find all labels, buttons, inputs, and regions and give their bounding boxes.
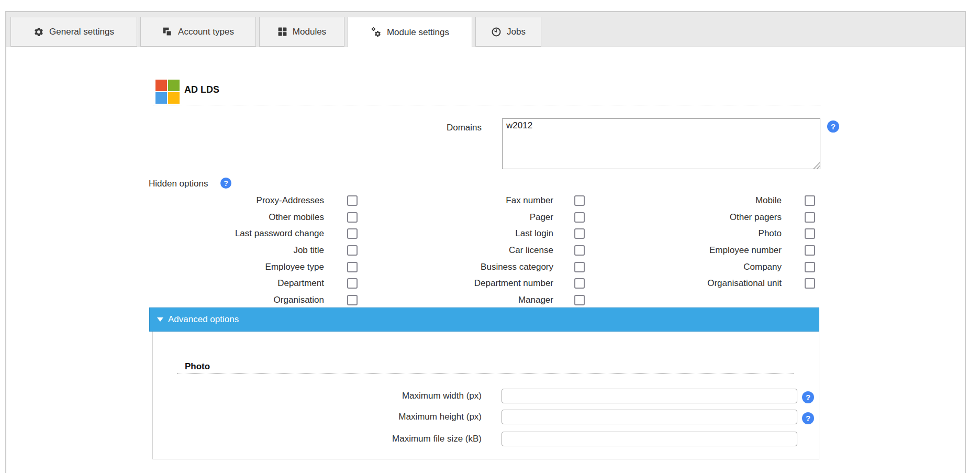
hidden-option-checkbox[interactable] — [347, 195, 358, 206]
tab-bar: General settings Account types Modules M… — [6, 12, 965, 47]
maximum-file-size-input[interactable] — [502, 432, 797, 446]
maximum-file-size-label: Maximum file size (kB) — [262, 433, 482, 445]
hidden-option-label: Business category — [374, 262, 553, 272]
hidden-option-row: Other pagers — [604, 209, 815, 226]
hidden-option-checkbox[interactable] — [574, 295, 585, 305]
hidden-option-checkbox[interactable] — [805, 245, 815, 256]
hidden-option-row: Job title — [147, 242, 358, 259]
hidden-option-row: Car license — [374, 242, 585, 259]
advanced-options-header[interactable]: Advanced options — [149, 307, 819, 332]
hidden-option-label: Last login — [374, 228, 553, 239]
hidden-option-label: Fax number — [374, 195, 553, 206]
tab-module-settings[interactable]: Module settings — [348, 17, 472, 47]
hidden-option-checkbox[interactable] — [574, 245, 585, 256]
hidden-option-checkbox[interactable] — [805, 195, 815, 206]
hidden-option-checkbox[interactable] — [347, 295, 358, 305]
hidden-option-row: Employee type — [147, 259, 358, 276]
hidden-option-checkbox[interactable] — [347, 228, 358, 239]
maximum-width-label: Maximum width (px) — [262, 390, 482, 402]
hidden-option-row: Pager — [374, 209, 585, 226]
hidden-option-row: Company — [604, 259, 815, 276]
hidden-option-row: Fax number — [374, 192, 585, 209]
hidden-option-checkbox[interactable] — [347, 245, 358, 256]
hidden-option-checkbox[interactable] — [805, 228, 815, 239]
hidden-option-label: Pager — [374, 212, 553, 223]
hidden-option-label: Organisation — [147, 295, 324, 305]
module-title: AD LDS — [184, 84, 219, 95]
ad-lds-logo — [155, 80, 180, 104]
help-icon[interactable]: ? — [220, 178, 231, 189]
hidden-option-label: Other mobiles — [147, 212, 324, 223]
tab-general-settings[interactable]: General settings — [10, 17, 137, 47]
hidden-option-row: Organisational unit — [604, 275, 815, 292]
hidden-option-row: Photo — [604, 225, 815, 242]
photo-section-divider — [177, 373, 794, 374]
hidden-option-checkbox[interactable] — [347, 262, 358, 272]
tab-label: Account types — [178, 27, 234, 37]
hidden-option-row: Organisation — [147, 292, 358, 309]
maximum-height-label: Maximum height (px) — [262, 411, 482, 423]
hidden-option-checkbox[interactable] — [574, 195, 585, 206]
hidden-option-row: Last password change — [147, 225, 358, 242]
hidden-option-checkbox[interactable] — [805, 262, 815, 272]
hidden-options-label: Hidden options — [149, 179, 208, 189]
hidden-options-column: MobileOther pagersPhotoEmployee numberCo… — [604, 192, 815, 292]
hidden-option-row: Department number — [374, 275, 585, 292]
help-icon[interactable]: ? — [827, 120, 839, 133]
hidden-option-label: Department number — [374, 278, 553, 289]
tab-label: General settings — [49, 27, 114, 37]
logo-square-blue — [155, 92, 167, 104]
hidden-option-label: Employee number — [604, 245, 782, 256]
hidden-option-label: Manager — [374, 295, 553, 305]
hidden-option-checkbox[interactable] — [574, 228, 585, 239]
photo-section-title: Photo — [185, 361, 210, 372]
gears-icon — [371, 27, 382, 38]
hidden-option-row: Other mobiles — [147, 209, 358, 226]
maximum-width-input[interactable] — [502, 389, 797, 403]
help-icon[interactable]: ? — [802, 391, 814, 403]
hidden-option-checkbox[interactable] — [347, 212, 358, 223]
hidden-option-label: Mobile — [604, 195, 782, 206]
hidden-option-checkbox[interactable] — [574, 278, 585, 289]
domains-label: Domains — [258, 123, 482, 133]
hidden-option-label: Photo — [604, 228, 782, 239]
maximum-height-input[interactable] — [502, 410, 797, 424]
hidden-option-row: Last login — [374, 225, 585, 242]
help-icon[interactable]: ? — [802, 412, 814, 424]
hidden-option-label: Last password change — [147, 228, 324, 239]
hidden-option-label: Organisational unit — [604, 278, 782, 289]
hidden-option-row: Department — [147, 275, 358, 292]
advanced-options-label: Advanced options — [168, 314, 239, 325]
header-divider — [153, 105, 821, 105]
hidden-options-column: Fax numberPagerLast loginCar licenseBusi… — [374, 192, 585, 309]
hidden-option-row: Proxy-Addresses — [147, 192, 358, 209]
hidden-option-checkbox[interactable] — [805, 212, 815, 223]
clock-icon — [491, 27, 502, 37]
hidden-option-label: Company — [604, 262, 782, 272]
logo-square-red — [155, 80, 167, 91]
tab-account-types[interactable]: Account types — [140, 17, 256, 47]
hidden-option-checkbox[interactable] — [574, 212, 585, 223]
module-settings-page: General settings Account types Modules M… — [0, 0, 980, 473]
hidden-option-label: Proxy-Addresses — [147, 195, 324, 206]
hidden-option-row: Mobile — [604, 192, 815, 209]
tab-jobs[interactable]: Jobs — [475, 17, 541, 47]
hidden-option-label: Department — [147, 278, 324, 289]
account-types-icon — [162, 27, 173, 37]
hidden-option-checkbox[interactable] — [574, 262, 585, 272]
hidden-option-row: Employee number — [604, 242, 815, 259]
hidden-option-label: Job title — [147, 245, 324, 256]
hidden-option-checkbox[interactable] — [805, 278, 815, 289]
hidden-option-label: Other pagers — [604, 212, 782, 223]
tab-label: Jobs — [507, 27, 526, 37]
domains-textarea[interactable]: w2012 — [502, 118, 820, 169]
hidden-options-column: Proxy-AddressesOther mobilesLast passwor… — [147, 192, 358, 309]
logo-square-yellow — [168, 92, 180, 104]
hidden-option-label: Employee type — [147, 262, 324, 272]
tab-label: Modules — [293, 27, 326, 37]
hidden-option-checkbox[interactable] — [347, 278, 358, 289]
hidden-option-row: Business category — [374, 259, 585, 276]
tab-modules[interactable]: Modules — [259, 17, 344, 47]
gear-icon — [34, 27, 44, 37]
hidden-option-row: Manager — [374, 292, 585, 309]
